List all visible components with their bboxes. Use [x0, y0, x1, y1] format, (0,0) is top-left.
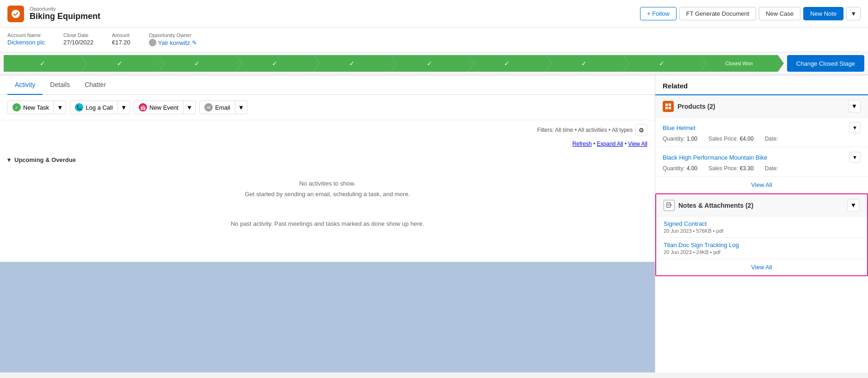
stage-item-2[interactable]: ✓: [81, 55, 158, 72]
stage-item-8[interactable]: ✓: [546, 55, 623, 72]
email-icon: ✉: [204, 103, 213, 112]
new-event-button[interactable]: 📅 New Event: [134, 100, 184, 114]
right-panel: Related Products (2) ▼ Blue Helmet: [655, 75, 868, 372]
log-call-icon: 📞: [75, 103, 83, 112]
activity-toolbar: ✓ New Task ▼ 📞 Log a Call ▼ 📅 New Event …: [0, 95, 655, 120]
filters-label: Filters: All time • All activities • All…: [537, 127, 633, 133]
product-item-blue-helmet: Blue Helmet ▼ Quantity: 1.00 Sales Price…: [655, 118, 868, 147]
notes-attachments-section: Notes & Attachments (2) ▼ Signed Contrac…: [655, 193, 868, 276]
owner-link[interactable]: Yair konwitz: [158, 39, 190, 46]
new-task-dropdown[interactable]: ▼: [54, 100, 66, 114]
owner-edit-icon[interactable]: ✎: [192, 39, 197, 46]
tab-activity[interactable]: Activity: [7, 75, 43, 95]
change-closed-stage-button[interactable]: Change Closed Stage: [787, 55, 864, 72]
products-section-toggle[interactable]: ▼: [848, 100, 861, 112]
notes-section-title: Notes & Attachments (2): [664, 200, 753, 211]
past-activity: No past activity. Past meetings and task…: [7, 211, 647, 236]
new-task-group: ✓ New Task ▼: [7, 100, 66, 114]
owner-area: Yair konwitz ✎: [149, 39, 197, 46]
svg-rect-3: [669, 106, 671, 109]
svg-rect-4: [667, 202, 671, 207]
stage-item-4[interactable]: ✓: [236, 55, 313, 72]
close-date-value: 27/10/2022: [63, 39, 93, 46]
notes-view-all[interactable]: View All: [656, 259, 867, 275]
tab-chatter[interactable]: Chatter: [77, 75, 113, 95]
closed-won-label: Closed Won: [725, 61, 753, 66]
filters-row: Filters: All time • All activities • All…: [0, 120, 655, 140]
header-title: Biking Equipment: [30, 12, 640, 21]
blue-helmet-meta: Quantity: 1.00 Sales Price: €4.00 Date:: [663, 135, 861, 142]
section-collapse-icon: ▾: [7, 156, 11, 163]
new-task-button[interactable]: ✓ New Task: [7, 100, 54, 114]
expand-all-link[interactable]: Expand All: [597, 141, 623, 147]
past-activity-message: No past activity. Past meetings and task…: [231, 220, 424, 227]
products-section-title: Products (2): [663, 101, 715, 112]
stages-track: ✓ ✓ ✓ ✓ ✓ ✓ ✓ ✓ ✓ Closed Won: [4, 55, 778, 72]
follow-button[interactable]: + Follow: [640, 7, 677, 20]
product-link-blue-helmet[interactable]: Blue Helmet: [663, 124, 696, 131]
more-actions-button[interactable]: ▼: [846, 7, 861, 20]
svg-line-7: [671, 204, 672, 206]
amount-field: Amount €17.20: [112, 32, 130, 46]
product-link-mountain-bike[interactable]: Black High Performance Mountain Bike: [663, 154, 767, 161]
stage-item-closed-won[interactable]: Closed Won: [700, 55, 777, 72]
empty-hint: Get started by sending an email, schedul…: [18, 189, 636, 199]
stage-item-7[interactable]: ✓: [468, 55, 545, 72]
app-logo: [7, 6, 24, 22]
amount-value: €17.20: [112, 39, 130, 46]
email-button[interactable]: ✉ Email: [199, 100, 235, 114]
account-name-field: Account Name Dickenson plc: [7, 32, 45, 46]
log-call-group: 📞 Log a Call ▼: [70, 100, 130, 114]
owner-avatar: [149, 39, 156, 46]
generate-document-button[interactable]: FT Generate Document: [679, 7, 756, 20]
close-date-field: Close Date 27/10/2022: [63, 32, 93, 46]
tabs: Activity Details Chatter: [0, 75, 655, 95]
notes-section-header: Notes & Attachments (2) ▼: [656, 194, 867, 217]
product-action-mountain-bike[interactable]: ▼: [849, 152, 861, 163]
upcoming-overdue-header[interactable]: ▾ Upcoming & Overdue: [7, 151, 647, 167]
new-case-button[interactable]: New Case: [759, 7, 800, 20]
empty-state: No activities to show. Get started by se…: [7, 167, 647, 211]
attachment-signed-contract: Signed Contract 20 Jun 2023 • 576KB • pd…: [656, 217, 867, 238]
left-panel: Activity Details Chatter ✓ New Task ▼ 📞: [0, 75, 655, 372]
products-view-all[interactable]: View All: [655, 177, 868, 193]
notes-section-toggle[interactable]: ▼: [847, 199, 860, 211]
email-group: ✉ Email ▼: [199, 100, 247, 114]
close-date-label: Close Date: [63, 32, 93, 38]
account-name-link[interactable]: Dickenson plc: [7, 39, 45, 46]
account-name-label: Account Name: [7, 32, 45, 38]
products-section: Products (2) ▼ Blue Helmet ▼ Quantity: 1…: [655, 95, 868, 193]
stage-item-9[interactable]: ✓: [623, 55, 700, 72]
notes-icon: [664, 200, 675, 211]
new-note-button[interactable]: New Note: [803, 7, 843, 20]
header-subtitle: Opportunity: [30, 6, 640, 12]
activity-content: ▾ Upcoming & Overdue No activities to sh…: [0, 151, 655, 262]
filters-gear-button[interactable]: ⚙: [635, 124, 647, 136]
svg-rect-1: [669, 103, 671, 105]
header-actions: + Follow FT Generate Document New Case N…: [640, 7, 861, 20]
email-dropdown[interactable]: ▼: [235, 100, 247, 114]
stage-item-3[interactable]: ✓: [159, 55, 236, 72]
main-content: Activity Details Chatter ✓ New Task ▼ 📞: [0, 75, 868, 372]
svg-rect-0: [665, 103, 668, 105]
new-event-dropdown[interactable]: ▼: [184, 100, 196, 114]
bottom-background: [0, 262, 655, 373]
owner-label: Opportunity Owner: [149, 32, 197, 38]
new-event-group: 📅 New Event ▼: [134, 100, 196, 114]
meta-bar: Account Name Dickenson plc Close Date 27…: [0, 28, 868, 52]
log-call-button[interactable]: 📞 Log a Call: [70, 100, 118, 114]
refresh-link[interactable]: Refresh: [573, 141, 592, 147]
log-call-dropdown[interactable]: ▼: [118, 100, 130, 114]
stage-item-6[interactable]: ✓: [391, 55, 468, 72]
new-event-icon: 📅: [139, 103, 147, 112]
attachment-link-titan-doc[interactable]: Titan Doc Sign Tracking Log: [664, 242, 860, 248]
attachment-link-signed-contract[interactable]: Signed Contract: [664, 220, 860, 227]
tab-details[interactable]: Details: [43, 75, 77, 95]
stage-item-5[interactable]: ✓: [314, 55, 391, 72]
related-header: Related: [655, 75, 868, 95]
stage-item-1[interactable]: ✓: [4, 55, 81, 72]
view-all-activity-link[interactable]: View All: [628, 141, 647, 147]
signed-contract-meta: 20 Jun 2023 • 576KB • pdf: [664, 228, 860, 234]
mountain-bike-meta: Quantity: 4.00 Sales Price: €3.30 Date:: [663, 165, 861, 172]
product-action-blue-helmet[interactable]: ▼: [849, 122, 861, 133]
